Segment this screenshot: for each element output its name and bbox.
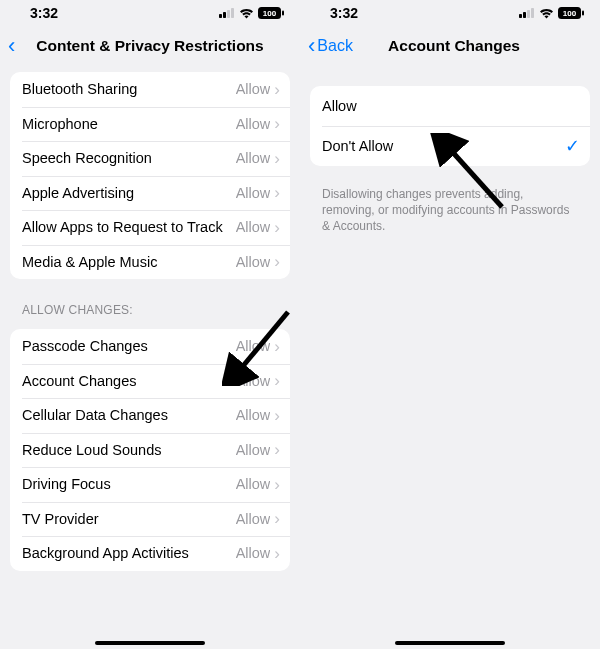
chevron-right-icon: › [274,150,280,167]
status-bar: 3:32 100 [300,0,600,26]
option-dont-allow[interactable]: Don't Allow ✓ [310,126,590,166]
chevron-right-icon: › [274,510,280,527]
settings-scroll-area[interactable]: Allow Don't Allow ✓ Disallowing changes … [300,66,600,649]
svg-rect-3 [231,8,234,18]
account-changes-options-group: Allow Don't Allow ✓ [310,86,590,166]
row-tv-provider[interactable]: TV Provider Allow › [10,502,290,537]
row-value: Allow [236,219,271,235]
cellular-signal-icon [519,8,535,18]
row-driving-focus[interactable]: Driving Focus Allow › [10,467,290,502]
svg-rect-9 [523,12,526,18]
battery-icon: 100 [558,7,584,19]
chevron-right-icon: › [274,184,280,201]
row-label: Apple Advertising [22,185,236,201]
wifi-icon [239,8,254,19]
row-apple-advertising[interactable]: Apple Advertising Allow › [10,176,290,211]
cellular-signal-icon [219,8,235,18]
row-cellular-data-changes[interactable]: Cellular Data Changes Allow › [10,398,290,433]
chevron-right-icon: › [274,441,280,458]
option-allow[interactable]: Allow [310,86,590,126]
row-label: Account Changes [22,373,236,389]
home-indicator[interactable] [95,641,205,645]
row-value: Allow [236,254,271,270]
row-passcode-changes[interactable]: Passcode Changes Allow › [10,329,290,364]
svg-rect-10 [527,10,530,18]
row-label: Speech Recognition [22,150,236,166]
row-value: Allow [236,511,271,527]
row-reduce-loud-sounds[interactable]: Reduce Loud Sounds Allow › [10,433,290,468]
allow-changes-header: ALLOW CHANGES: [0,293,300,323]
chevron-right-icon: › [274,253,280,270]
phone-left: 3:32 100 ‹ Content & Privacy Restriction… [0,0,300,649]
svg-rect-1 [223,12,226,18]
page-title: Content & Privacy Restrictions [0,37,300,55]
allow-changes-group: Passcode Changes Allow › Account Changes… [10,329,290,571]
checkmark-icon: ✓ [565,137,580,155]
row-value: Allow [236,442,271,458]
row-value: Allow [236,338,271,354]
row-label: Bluetooth Sharing [22,81,236,97]
home-indicator[interactable] [395,641,505,645]
row-label: Cellular Data Changes [22,407,236,423]
row-label: Microphone [22,116,236,132]
row-label: Reduce Loud Sounds [22,442,236,458]
row-value: Allow [236,407,271,423]
chevron-right-icon: › [274,407,280,424]
back-button[interactable]: ‹ Back [308,35,353,57]
row-label: Allow [322,98,580,114]
chevron-right-icon: › [274,219,280,236]
row-label: Media & Apple Music [22,254,236,270]
row-account-changes[interactable]: Account Changes Allow › [10,364,290,399]
row-label: Driving Focus [22,476,236,492]
row-label: Background App Activities [22,545,236,561]
row-value: Allow [236,150,271,166]
svg-rect-2 [227,10,230,18]
status-time: 3:32 [330,5,358,21]
settings-scroll-area[interactable]: Bluetooth Sharing Allow › Microphone All… [0,66,300,649]
chevron-right-icon: › [274,545,280,562]
nav-bar: ‹ Back Account Changes [300,26,600,66]
svg-rect-0 [219,14,222,18]
row-label: Don't Allow [322,138,565,154]
row-allow-apps-track[interactable]: Allow Apps to Request to Track Allow › [10,210,290,245]
row-value: Allow [236,81,271,97]
row-value: Allow [236,476,271,492]
row-bluetooth-sharing[interactable]: Bluetooth Sharing Allow › [10,72,290,107]
back-button[interactable]: ‹ [8,35,15,57]
row-microphone[interactable]: Microphone Allow › [10,107,290,142]
row-label: TV Provider [22,511,236,527]
chevron-right-icon: › [274,338,280,355]
row-speech-recognition[interactable]: Speech Recognition Allow › [10,141,290,176]
row-value: Allow [236,116,271,132]
chevron-right-icon: › [274,81,280,98]
chevron-right-icon: › [274,115,280,132]
back-label: Back [317,37,353,55]
row-label: Passcode Changes [22,338,236,354]
wifi-icon [539,8,554,19]
row-media-apple-music[interactable]: Media & Apple Music Allow › [10,245,290,280]
status-bar: 3:32 100 [0,0,300,26]
svg-rect-5 [282,11,284,16]
chevron-right-icon: › [274,372,280,389]
svg-text:100: 100 [263,9,277,18]
status-icons: 100 [219,7,284,19]
chevron-left-icon: ‹ [8,35,15,57]
status-icons: 100 [519,7,584,19]
privacy-group: Bluetooth Sharing Allow › Microphone All… [10,72,290,279]
row-background-app-activities[interactable]: Background App Activities Allow › [10,536,290,571]
status-time: 3:32 [30,5,58,21]
svg-rect-11 [531,8,534,18]
svg-rect-13 [582,11,584,16]
chevron-right-icon: › [274,476,280,493]
row-value: Allow [236,185,271,201]
row-label: Allow Apps to Request to Track [22,219,236,235]
row-value: Allow [236,373,271,389]
footnote: Disallowing changes prevents adding, rem… [300,180,600,235]
phone-right: 3:32 100 ‹ Back Account Changes Allow Do [300,0,600,649]
svg-text:100: 100 [563,9,577,18]
battery-icon: 100 [258,7,284,19]
svg-rect-8 [519,14,522,18]
row-value: Allow [236,545,271,561]
chevron-left-icon: ‹ [308,35,315,57]
nav-bar: ‹ Content & Privacy Restrictions [0,26,300,66]
